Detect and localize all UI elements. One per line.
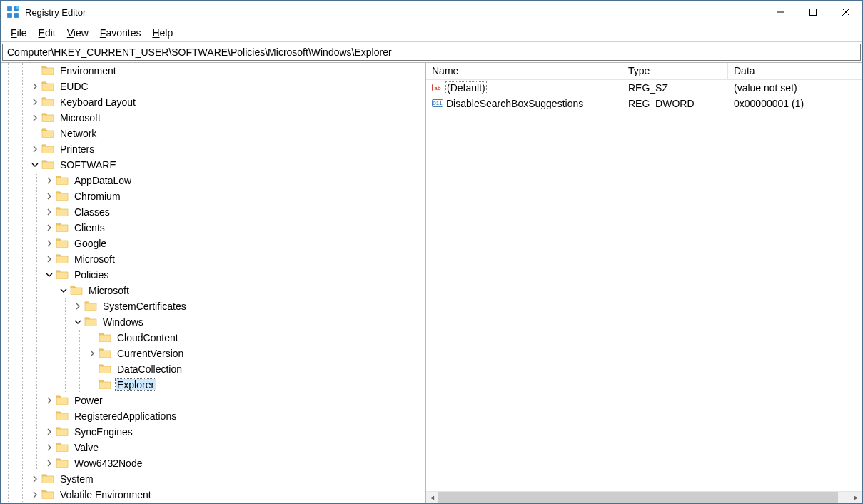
tree-item[interactable]: Explorer (1, 377, 425, 393)
tree-item[interactable]: Google (1, 236, 425, 251)
expand-toggle-icon[interactable] (44, 191, 55, 202)
tree-item[interactable]: AppDataLow (1, 173, 425, 188)
expand-toggle-icon[interactable] (58, 285, 69, 296)
value-type: REG_SZ (622, 82, 728, 94)
expand-toggle-icon[interactable] (29, 473, 41, 485)
tree-item-label: Chromium (73, 191, 122, 202)
folder-icon (56, 410, 73, 423)
tree-item-label: DataCollection (116, 363, 183, 375)
column-header-type[interactable]: Type (622, 63, 728, 79)
expand-toggle-icon[interactable] (72, 316, 84, 328)
expand-toggle-icon[interactable] (29, 112, 41, 124)
tree-item[interactable]: EUDC (1, 79, 425, 94)
expand-toggle-icon[interactable] (44, 222, 55, 233)
tree-view[interactable]: EnvironmentEUDCKeyboard LayoutMicrosoftN… (1, 63, 425, 503)
tree-item-label: Explorer (116, 379, 156, 390)
folder-icon (56, 441, 73, 454)
value-row[interactable]: 011DisableSearchBoxSuggestionsREG_DWORD0… (426, 96, 862, 111)
tree-item-label: Volatile Environment (59, 489, 153, 500)
expand-toggle-icon[interactable] (44, 269, 55, 281)
expand-toggle-icon[interactable] (72, 301, 84, 312)
horizontal-scrollbar[interactable]: ◄ ► (426, 491, 862, 503)
expand-toggle-icon[interactable] (44, 395, 55, 406)
expand-toggle-icon[interactable] (29, 159, 41, 171)
expand-toggle-icon[interactable] (44, 238, 55, 249)
folder-icon (56, 190, 73, 203)
tree-item-label: Wow6432Node (73, 458, 143, 469)
tree-item[interactable]: Microsoft (1, 283, 425, 298)
tree-item-label: System (59, 473, 95, 485)
column-header-name[interactable]: Name (426, 63, 622, 79)
scrollbar-thumb[interactable] (438, 492, 838, 504)
expand-toggle-icon[interactable] (29, 96, 41, 108)
expand-toggle-icon[interactable] (44, 458, 55, 469)
tree-item-label: SOFTWARE (59, 159, 118, 171)
tree-item[interactable]: Windows (1, 314, 425, 330)
svg-rect-3 (14, 13, 19, 18)
close-button[interactable] (829, 1, 862, 24)
expand-toggle-icon[interactable] (86, 348, 98, 359)
tree-item-label: SyncEngines (73, 426, 134, 438)
expand-toggle-icon[interactable] (44, 206, 55, 218)
tree-item[interactable]: RegisteredApplications (1, 408, 425, 424)
expand-toggle-icon[interactable] (29, 143, 41, 155)
menu-help[interactable]: Help (146, 25, 178, 41)
tree-item-label: Google (73, 238, 108, 249)
expand-toggle-icon[interactable] (29, 489, 41, 500)
expand-toggle-icon[interactable] (44, 426, 55, 438)
menu-edit[interactable]: Edit (33, 25, 61, 41)
tree-item[interactable]: SyncEngines (1, 424, 425, 440)
address-bar[interactable]: Computer\HKEY_CURRENT_USER\SOFTWARE\Poli… (2, 44, 861, 61)
tree-item[interactable]: DataCollection (1, 361, 425, 377)
value-name-cell: 011DisableSearchBoxSuggestions (426, 97, 622, 111)
tree-item[interactable]: Keyboard Layout (1, 94, 425, 110)
tree-item[interactable]: Chromium (1, 188, 425, 204)
tree-item[interactable]: Printers (1, 141, 425, 157)
tree-item-label: RegisteredApplications (73, 410, 178, 422)
tree-item[interactable]: SOFTWARE (1, 157, 425, 173)
value-data: 0x00000001 (1) (728, 98, 862, 109)
tree-item[interactable]: System (1, 471, 425, 487)
tree-item[interactable]: Power (1, 393, 425, 408)
list-header: Name Type Data (426, 63, 862, 80)
column-header-data[interactable]: Data (728, 63, 862, 79)
menu-file[interactable]: File (5, 25, 33, 41)
folder-icon (56, 174, 73, 187)
folder-icon (99, 331, 116, 344)
tree-item[interactable]: CurrentVersion (1, 346, 425, 361)
value-row[interactable]: ab(Default)REG_SZ(value not set) (426, 80, 862, 96)
scroll-left-icon[interactable]: ◄ (426, 492, 438, 504)
value-data: (value not set) (728, 82, 862, 94)
folder-icon (41, 127, 59, 140)
tree-item[interactable]: Environment (1, 63, 425, 79)
expand-toggle-icon[interactable] (44, 442, 55, 453)
scroll-right-icon[interactable]: ► (850, 492, 862, 504)
menu-favorites[interactable]: Favorites (94, 25, 147, 41)
maximize-button[interactable] (797, 1, 829, 24)
expand-toggle-icon[interactable] (44, 175, 55, 186)
tree-item[interactable]: Valve (1, 440, 425, 455)
tree-item[interactable]: Wow6432Node (1, 455, 425, 471)
svg-rect-2 (7, 13, 12, 18)
menubar: File Edit View Favorites Help (1, 24, 862, 42)
tree-item[interactable]: Classes (1, 204, 425, 220)
tree-item[interactable]: Policies (1, 267, 425, 283)
tree-item[interactable]: SystemCertificates (1, 298, 425, 314)
folder-icon (56, 237, 73, 250)
folder-icon (41, 64, 59, 77)
values-list[interactable]: ab(Default)REG_SZ(value not set)011Disab… (426, 80, 862, 491)
tree-item[interactable]: CloudContent (1, 330, 425, 346)
tree-item[interactable]: Microsoft (1, 251, 425, 267)
minimize-button[interactable] (764, 1, 797, 24)
menu-view[interactable]: View (61, 25, 94, 41)
tree-item-label: Printers (59, 143, 96, 155)
tree-item[interactable]: Volatile Environment (1, 487, 425, 503)
tree-item[interactable]: Clients (1, 220, 425, 236)
expand-toggle-icon[interactable] (44, 253, 55, 265)
tree-item[interactable]: Microsoft (1, 110, 425, 126)
folder-icon (41, 158, 59, 171)
tree-item-label: Classes (73, 206, 111, 218)
tree-item[interactable]: Network (1, 126, 425, 141)
expand-toggle-icon[interactable] (29, 81, 41, 92)
folder-icon (84, 300, 101, 313)
